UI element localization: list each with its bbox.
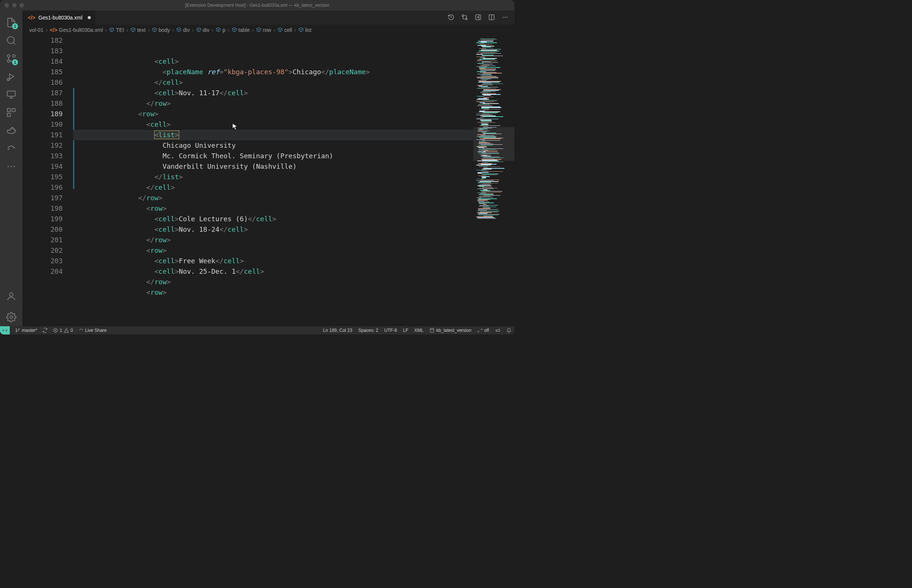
minimize-window-button[interactable]: [12, 3, 16, 8]
line-number[interactable]: 189: [23, 109, 63, 119]
sync-off-status[interactable]: off: [477, 328, 489, 333]
branch-status[interactable]: master*: [15, 328, 37, 333]
breadcrumb-item[interactable]: row: [256, 27, 271, 33]
line-number[interactable]: 193: [23, 151, 63, 161]
account-activity[interactable]: [2, 287, 20, 305]
line-number[interactable]: 200: [23, 224, 63, 235]
code-line[interactable]: Vanderbilt University (Nashville): [73, 161, 473, 172]
line-number[interactable]: 191: [23, 130, 63, 140]
line-number[interactable]: 195: [23, 172, 63, 182]
search-activity[interactable]: [2, 31, 20, 50]
breadcrumb-item[interactable]: text: [131, 27, 146, 33]
workspace-label: kb_latest_version: [436, 328, 471, 333]
notifications-status[interactable]: [506, 328, 512, 333]
line-number[interactable]: 202: [23, 245, 63, 256]
code-line[interactable]: </row>: [73, 277, 473, 287]
split-editor-button[interactable]: [488, 14, 495, 22]
code-line[interactable]: <list>: [73, 130, 473, 140]
liveshare-status[interactable]: Live Share: [78, 328, 107, 333]
line-number[interactable]: 186: [23, 77, 63, 88]
code-line[interactable]: <row>: [73, 287, 473, 298]
remote-explorer-activity[interactable]: [2, 86, 20, 103]
code-line[interactable]: Mc. Cormick Theol. Seminary (Presbyteria…: [73, 151, 473, 161]
code-line[interactable]: Chicago University: [73, 140, 473, 151]
breadcrumb-item[interactable]: vol-01: [29, 27, 44, 33]
line-number[interactable]: 184: [23, 56, 63, 67]
code-line[interactable]: <placeName ref="kbga-places-98">Chicago<…: [73, 67, 473, 77]
breadcrumb-item[interactable]: TEI: [109, 27, 124, 33]
code-line[interactable]: <row>: [73, 245, 473, 256]
breadcrumb-item[interactable]: list: [299, 27, 312, 33]
code-line[interactable]: <cell>Nov. 11-17</cell>: [73, 88, 473, 98]
breadcrumb-item[interactable]: cell: [278, 27, 292, 33]
code-line[interactable]: <cell>Cole Lectures (6)</cell>: [73, 214, 473, 224]
code-line[interactable]: <cell>: [73, 119, 473, 130]
breadcrumb-item[interactable]: div: [176, 27, 190, 33]
line-number[interactable]: 203: [23, 256, 63, 266]
sync-status[interactable]: [42, 328, 48, 333]
settings-activity[interactable]: [2, 308, 20, 326]
more-activity[interactable]: [2, 157, 20, 176]
line-number[interactable]: 196: [23, 182, 63, 193]
line-number[interactable]: 183: [23, 46, 63, 56]
scm-activity[interactable]: 1: [2, 50, 20, 68]
svg-point-3: [8, 55, 10, 57]
explorer-activity[interactable]: 1: [2, 13, 20, 31]
maximize-window-button[interactable]: [19, 3, 24, 8]
line-number[interactable]: 185: [23, 67, 63, 77]
share-activity[interactable]: [2, 139, 20, 157]
breadcrumb-item[interactable]: </>Ges1-bult030a.xml: [50, 27, 103, 33]
docker-activity[interactable]: [2, 121, 20, 139]
indentation-status[interactable]: Spaces: 2: [358, 328, 378, 333]
breadcrumb-item[interactable]: div: [196, 27, 210, 33]
minimap-viewport[interactable]: [473, 127, 515, 161]
line-number[interactable]: 190: [23, 119, 63, 130]
line-number[interactable]: 199: [23, 214, 63, 224]
extensions-activity[interactable]: [2, 103, 20, 121]
code-line[interactable]: <row>: [73, 109, 473, 119]
timeline-button[interactable]: [448, 14, 455, 22]
workspace-status[interactable]: kb_latest_version: [429, 328, 471, 333]
more-actions-button[interactable]: [502, 14, 508, 22]
encoding-status[interactable]: UTF-8: [384, 328, 397, 333]
code-line[interactable]: </cell>: [73, 182, 473, 193]
code-content[interactable]: <cell> <placeName ref="kbga-places-98">C…: [73, 35, 473, 326]
code-line[interactable]: </row>: [73, 235, 473, 245]
line-number[interactable]: 204: [23, 266, 63, 277]
code-line[interactable]: </list>: [73, 172, 473, 182]
code-line[interactable]: <cell>Nov. 18-24</cell>: [73, 224, 473, 235]
git-compare-icon: [461, 14, 468, 21]
line-number[interactable]: 188: [23, 98, 63, 109]
tab-file[interactable]: </> Ges1-bult030a.xml: [23, 11, 95, 25]
remote-indicator[interactable]: [0, 326, 10, 334]
code-line[interactable]: </cell>: [73, 77, 473, 88]
feedback-status[interactable]: [495, 328, 500, 333]
problems-status[interactable]: 1 0: [53, 328, 73, 333]
breadcrumb-item[interactable]: p: [216, 27, 225, 33]
language-status[interactable]: XML: [414, 328, 424, 333]
line-number[interactable]: 194: [23, 161, 63, 172]
breadcrumb-item[interactable]: table: [232, 27, 250, 33]
minimap[interactable]: [473, 35, 515, 326]
code-line[interactable]: <cell>: [73, 56, 473, 67]
eol-status[interactable]: LF: [403, 328, 408, 333]
code-line[interactable]: <cell>Free Week</cell>: [73, 256, 473, 266]
breadcrumbs[interactable]: vol-01›</>Ges1-bult030a.xml›TEI›text›bod…: [23, 25, 515, 35]
breadcrumb-item[interactable]: body: [152, 27, 170, 33]
line-number[interactable]: 201: [23, 235, 63, 245]
debug-activity[interactable]: [2, 68, 20, 86]
line-number[interactable]: 192: [23, 140, 63, 151]
code-line[interactable]: </row>: [73, 193, 473, 203]
code-line[interactable]: <row>: [73, 203, 473, 214]
line-number[interactable]: 187: [23, 88, 63, 98]
editor-body[interactable]: 1821831841851861871881891901911921931941…: [23, 35, 515, 326]
compare-button[interactable]: [461, 14, 468, 22]
line-number[interactable]: 197: [23, 193, 63, 203]
line-number[interactable]: 182: [23, 35, 63, 46]
code-line[interactable]: </row>: [73, 98, 473, 109]
close-window-button[interactable]: [5, 3, 9, 8]
code-line[interactable]: <cell>Nov. 25-Dec. 1</cell>: [73, 266, 473, 277]
toggle-panel-button[interactable]: [475, 14, 481, 22]
line-number[interactable]: 198: [23, 203, 63, 214]
cursor-position[interactable]: Ln 189, Col 23: [323, 328, 352, 333]
